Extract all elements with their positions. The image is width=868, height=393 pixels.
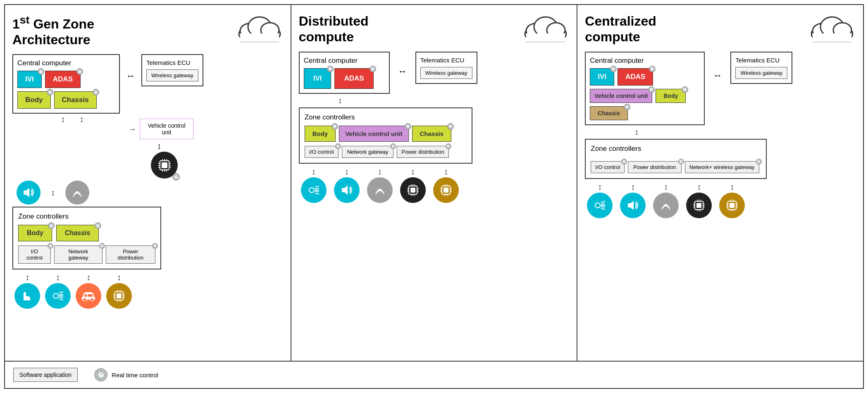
svg-rect-76 <box>444 188 448 193</box>
vcu-chip-3: Vehicle control unit 🕐 <box>590 89 652 103</box>
cloud-icon-2 <box>523 11 568 44</box>
panel-3-title: Centralized compute <box>585 13 709 45</box>
robot-icon-1: 🕐 <box>151 152 178 179</box>
clock-2: 🕐 <box>76 68 83 75</box>
central-computer-label-1: Central computer <box>17 59 115 67</box>
headlight-icon-1 <box>45 283 71 309</box>
speaker-icon-2 <box>334 177 360 203</box>
svg-rect-104 <box>696 203 701 208</box>
signal-icon-2 <box>367 177 393 203</box>
power-distribution-box-1: Power distribution 🕐 <box>106 245 155 264</box>
chassis-chip-3: Chassis 🕐 <box>590 106 628 120</box>
svg-line-58 <box>315 193 319 194</box>
telematics-label-1: Telematics ECU <box>146 59 198 66</box>
adas-chip-2: ADAS 🕐 <box>334 68 373 89</box>
svg-point-31 <box>83 298 86 301</box>
svg-rect-93 <box>813 33 851 42</box>
io-control-box-1: I/O control 🕐 <box>18 245 51 264</box>
svg-rect-23 <box>24 292 26 297</box>
panel-1: 1st Gen Zone Architecture Central comput… <box>5 5 291 361</box>
chassis-chip-zone-1: Chassis 🕐 <box>56 225 99 241</box>
circuit-icon-2 <box>400 177 426 203</box>
telematics-ecu-box-3: Telematics ECU Wireless gateway <box>730 52 792 84</box>
zone-controllers-box-1: Zone controllers Body 🕐 Chassis 🕐 I/O co… <box>12 207 161 269</box>
signal-icon-1 <box>65 181 89 205</box>
telematics-ecu-box-1: Telematics ECU Wireless gateway <box>141 54 203 86</box>
panel-3: Centralized compute Central computer IVI… <box>577 5 863 361</box>
adas-chip-1: ADAS 🕐 <box>45 71 81 88</box>
ivi-chip-3: IVI 🕐 <box>590 68 614 86</box>
svg-line-100 <box>601 208 605 210</box>
svg-marker-59 <box>342 186 348 195</box>
svg-rect-118 <box>730 203 734 208</box>
legend-software-app: Software application <box>13 368 78 382</box>
clock-1: 🕐 <box>38 68 44 75</box>
svg-rect-62 <box>410 188 415 193</box>
io-control-box-2: I/O control 🕐 <box>305 146 339 158</box>
network-gateway-box-1: Network gateway 🕐 <box>54 245 103 264</box>
wireless-gateway-box-2: Wireless gateway <box>420 67 472 79</box>
body-chip-1: Body 🕐 <box>17 91 51 109</box>
svg-rect-24 <box>29 297 30 300</box>
vcu-chip-zone-2: Vehicle control unit 🕐 <box>339 126 408 142</box>
svg-line-55 <box>315 188 319 189</box>
adas-chip-3: ADAS 🕐 <box>618 68 653 86</box>
central-computer-box-2: Central computer IVI 🕐 ADAS 🕐 <box>299 52 390 94</box>
central-computer-box-3: Central computer IVI 🕐 ADAS 🕐 <box>585 52 705 125</box>
network-gateway-box-2: Network gateway 🕐 <box>342 146 394 158</box>
chassis-chip-zone-2: Chassis 🕐 <box>412 126 452 142</box>
svg-line-29 <box>59 297 63 298</box>
circuit-icon-3 <box>686 193 712 218</box>
svg-point-32 <box>91 298 94 301</box>
vehicle-control-unit-box-1: Vehicle control unit <box>140 119 193 139</box>
legend: Software application 🕐 Real time control <box>5 361 863 388</box>
chassis-chip-1: Chassis 🕐 <box>54 91 97 109</box>
svg-point-25 <box>53 293 58 298</box>
circuit-icon-3b <box>719 193 745 218</box>
cloud-icon-3 <box>809 11 855 44</box>
svg-line-26 <box>59 292 63 293</box>
svg-rect-34 <box>117 293 122 298</box>
headlight-icon-2 <box>301 177 327 203</box>
svg-line-54 <box>315 186 319 187</box>
signal-icon-3 <box>653 193 679 218</box>
svg-line-30 <box>59 299 63 300</box>
svg-rect-4 <box>240 33 279 42</box>
zone-controllers-label-1: Zone controllers <box>18 212 155 221</box>
panel-2-title: Distributed compute <box>299 13 423 45</box>
wireless-gateway-box-3: Wireless gateway <box>735 67 787 79</box>
svg-line-57 <box>315 191 319 192</box>
ivi-chip-1: IVI 🕐 <box>17 71 42 88</box>
svg-rect-7 <box>162 162 167 168</box>
circuit-icon-1 <box>106 283 132 309</box>
body-chip-zone-1: Body 🕐 <box>18 225 52 241</box>
svg-marker-20 <box>24 188 29 197</box>
svg-line-97 <box>601 204 605 204</box>
body-chip-3: Body 🕐 <box>656 89 686 103</box>
telematics-ecu-box-2: Telematics ECU Wireless gateway <box>415 52 477 84</box>
svg-marker-101 <box>628 201 634 210</box>
svg-line-99 <box>601 207 605 207</box>
ivi-chip-2: IVI 🕐 <box>304 68 331 89</box>
speaker-icon-1 <box>17 181 41 205</box>
legend-real-time: 🕐 Real time control <box>94 368 158 381</box>
panel-2: Distributed compute Central computer IVI… <box>291 5 578 361</box>
body-chip-zone-2: Body 🕐 <box>305 126 336 142</box>
speaker-icon-3 <box>620 193 646 218</box>
panel-1-title: 1st Gen Zone Architecture <box>12 13 136 48</box>
svg-rect-51 <box>526 33 565 42</box>
power-distribution-box-2: Power distribution 🕐 <box>397 146 448 158</box>
svg-line-27 <box>59 294 63 295</box>
central-computer-box-1: Central computer IVI 🕐 ADAS 🕐 <box>12 54 120 114</box>
svg-point-53 <box>309 188 314 193</box>
car-icon-1 <box>76 283 101 309</box>
network-wireless-gateway-box-3: Network+ wireless gateway 🕐 <box>685 161 759 173</box>
cloud-icon-1 <box>237 11 282 44</box>
circuit-icon-2b <box>433 177 459 203</box>
power-distribution-box-3: Power distribution 🕐 <box>628 161 681 173</box>
svg-line-96 <box>601 201 605 202</box>
svg-point-95 <box>595 203 600 208</box>
seat-icon-1 <box>14 283 40 309</box>
zone-controllers-box-2: Zone controllers Body 🕐 Vehicle control … <box>299 107 472 164</box>
headlight-icon-3 <box>587 193 613 218</box>
